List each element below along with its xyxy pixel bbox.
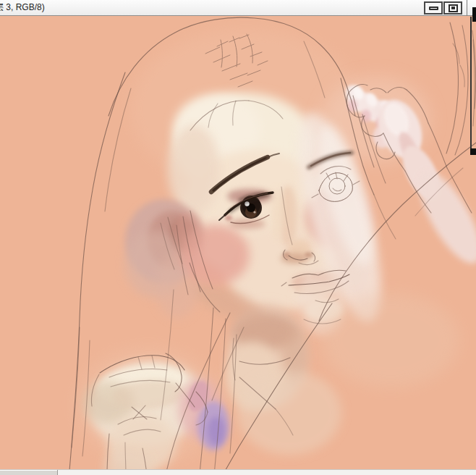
maximize-button[interactable] [443,1,462,14]
document-window: 层 3, RGB/8) [0,0,476,475]
restore-icon [449,4,458,12]
canvas-artwork[interactable] [0,17,476,469]
close-button-fragment[interactable] [472,7,476,22]
background-window-border [470,17,472,149]
document-title: 层 3, RGB/8) [0,1,45,14]
horizontal-scrollbar[interactable] [0,469,476,475]
document-titlebar[interactable]: 层 3, RGB/8) [0,0,476,16]
minimize-icon [429,7,438,10]
horizontal-scrollbar-thumb[interactable] [0,470,58,475]
background-window-corner [470,148,476,155]
minimize-button[interactable] [424,1,443,14]
title-clip: 层 3, RGB/8) [0,0,174,15]
titlebar-separator [467,0,467,16]
